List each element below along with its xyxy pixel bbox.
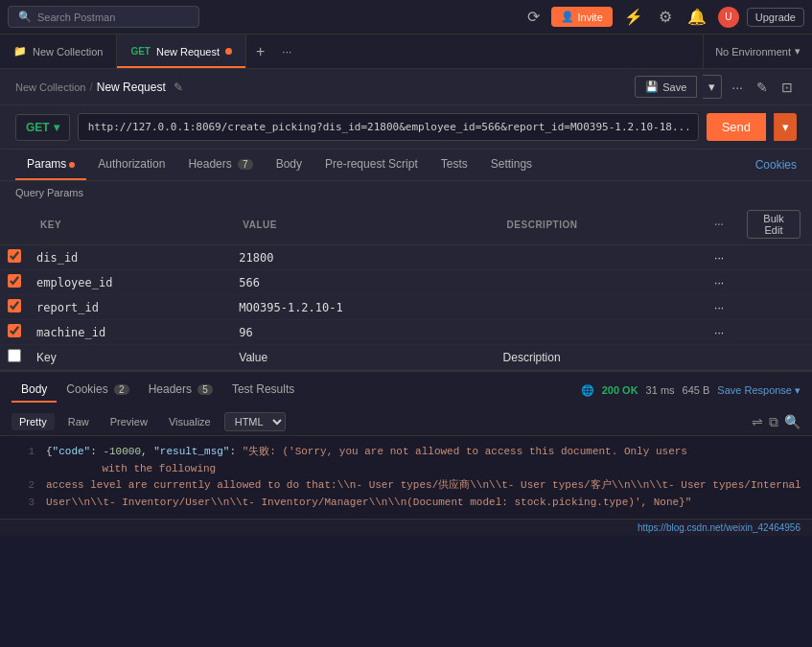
new-value-cell[interactable]: Value [231,345,495,370]
row-checkbox[interactable] [8,249,21,263]
tab-tests[interactable]: Tests [429,150,479,180]
search-response-icon[interactable]: 🔍 [784,414,800,430]
invite-person-icon: 👤 [561,11,574,23]
desc-cell[interactable] [496,245,704,270]
body-tab-visualize[interactable]: Visualize [161,413,219,430]
desc-cell[interactable] [496,320,704,345]
search-box[interactable]: 🔍 Search Postman [8,6,199,28]
resp-tab-cookies[interactable]: Cookies 2 [57,378,138,403]
key-cell[interactable]: employee_id [29,270,231,295]
resp-tab-test-results[interactable]: Test Results [222,378,304,403]
save-dropdown-button[interactable]: ▾ [703,75,722,99]
desc-cell[interactable] [496,295,704,320]
send-dropdown-button[interactable]: ▾ [774,113,797,141]
tab-authorization[interactable]: Authorization [86,150,176,180]
tab-pre-request[interactable]: Pre-request Script [313,150,429,180]
line-content: User\\n\\t- Inventory/User\\n\\t- Invent… [46,495,691,512]
key-cell[interactable]: report_id [29,295,231,320]
desc-cell[interactable] [496,270,704,295]
headers-badge: 7 [238,159,253,170]
key-cell[interactable]: machine_id [29,320,231,345]
method-select[interactable]: GET ▾ [15,114,70,141]
edit-name-icon[interactable]: ✎ [174,81,183,94]
status-bar: https://blog.csdn.net/weixin_42464956 [0,519,812,536]
resp-tab-headers[interactable]: Headers 5 [139,378,222,403]
tab-settings[interactable]: Settings [479,150,544,180]
line-content: with the following [46,461,216,478]
row-checkbox[interactable] [8,299,21,312]
edit-icon[interactable]: ✎ [753,78,772,97]
value-cell[interactable]: 21800 [231,245,495,270]
response-status: 🌐 200 OK 31 ms 645 B Save Response ▾ [581,384,800,397]
url-row: GET ▾ Send ▾ [0,105,812,150]
row-more[interactable]: ··· [703,295,735,320]
line-content: {"code": -10000, "result_msg": "失败: ('So… [46,444,687,461]
bulk-edit-button[interactable]: Bulk Edit [747,210,800,239]
copy-icon[interactable]: ⧉ [769,414,778,430]
search-label: Search Postman [37,12,115,23]
tab-body[interactable]: Body [265,150,313,180]
avatar[interactable]: U [718,7,739,28]
value-cell[interactable]: 566 [231,270,495,295]
key-column-header: KEY [29,204,231,245]
cookies-link[interactable]: Cookies [755,158,797,172]
value-cell[interactable]: 96 [231,320,495,345]
body-tab-pretty[interactable]: Pretty [12,413,55,430]
split-view-icon[interactable]: ⊡ [777,78,797,97]
value-cell[interactable]: MO0395-1.2.10-1 [231,295,495,320]
method-chevron-icon: ▾ [54,121,59,134]
tab-overflow-button[interactable]: ··· [274,45,299,58]
tab-new-collection[interactable]: 📁 New Collection [0,35,117,68]
save-button[interactable]: 💾 Save [635,76,697,98]
upgrade-button[interactable]: Upgrade [747,8,804,27]
topbar: 🔍 Search Postman ⟳ 👤 Invite ⚡ ⚙ 🔔 U Upgr… [0,0,812,35]
save-icon: 💾 [645,81,659,93]
cookies-badge: 2 [114,384,129,395]
response-header: Body Cookies 2 Headers 5 Test Results 🌐 … [0,370,812,408]
row-more[interactable]: ··· [703,270,735,295]
body-tab-preview[interactable]: Preview [103,413,155,430]
resp-tab-body[interactable]: Body [12,378,57,403]
code-line-2: 2 access level are currently allowed to … [0,477,812,495]
code-line-1: 1 {"code": -10000, "result_msg": "失败: ('… [0,444,812,461]
method-badge: GET [130,46,151,57]
status-bar-url[interactable]: https://blog.csdn.net/weixin_42464956 [638,522,800,533]
save-response-button[interactable]: Save Response ▾ [717,384,800,397]
gear-icon[interactable]: ⚙ [655,6,676,28]
new-key-cell[interactable]: Key [29,345,231,370]
params-dot [69,162,75,168]
body-format-tabs: Pretty Raw Preview Visualize HTML JSON X… [0,408,812,436]
sync-icon[interactable]: ⟳ [523,6,544,28]
new-param-row: Key Value Description [0,345,812,370]
response-tabs: Body Cookies 2 Headers 5 Test Results [12,378,304,403]
row-checkbox[interactable] [8,324,21,337]
query-params-header: Query Params [0,181,812,204]
add-tab-button[interactable]: + [246,43,274,60]
save-resp-chevron-icon: ▾ [795,384,800,397]
key-cell[interactable]: dis_id [29,245,231,270]
row-more[interactable]: ··· [703,245,735,270]
invite-button[interactable]: 👤 Invite [551,7,613,27]
tab-params[interactable]: Params [15,150,86,180]
table-row: machine_id 96 ··· [0,320,812,345]
breadcrumb-parent[interactable]: New Collection [15,81,85,93]
new-row-checkbox[interactable] [8,349,21,362]
body-actions: ⇌ ⧉ 🔍 [752,414,800,430]
new-desc-cell[interactable]: Description [496,345,704,370]
bell-icon[interactable]: 🔔 [684,6,710,28]
body-tab-raw[interactable]: Raw [60,413,97,430]
more-actions-button[interactable]: ··· [728,78,747,97]
lightning-icon[interactable]: ⚡ [620,6,647,28]
environment-selector[interactable]: No Environment ▾ [703,35,812,68]
code-line-3: 3 User\\n\\t- Inventory/User\\n\\t- Inve… [0,495,812,512]
request-tabs-nav: Params Authorization Headers 7 Body Pre-… [0,150,812,181]
format-select[interactable]: HTML JSON XML Text [224,412,286,431]
url-input[interactable] [78,113,699,141]
response-body: 1 {"code": -10000, "result_msg": "失败: ('… [0,436,812,519]
row-more[interactable]: ··· [703,320,735,345]
word-wrap-icon[interactable]: ⇌ [752,414,763,430]
send-button[interactable]: Send [707,113,766,141]
tab-new-request[interactable]: GET New Request [117,35,246,68]
tab-headers[interactable]: Headers 7 [176,150,264,180]
row-checkbox[interactable] [8,274,21,288]
